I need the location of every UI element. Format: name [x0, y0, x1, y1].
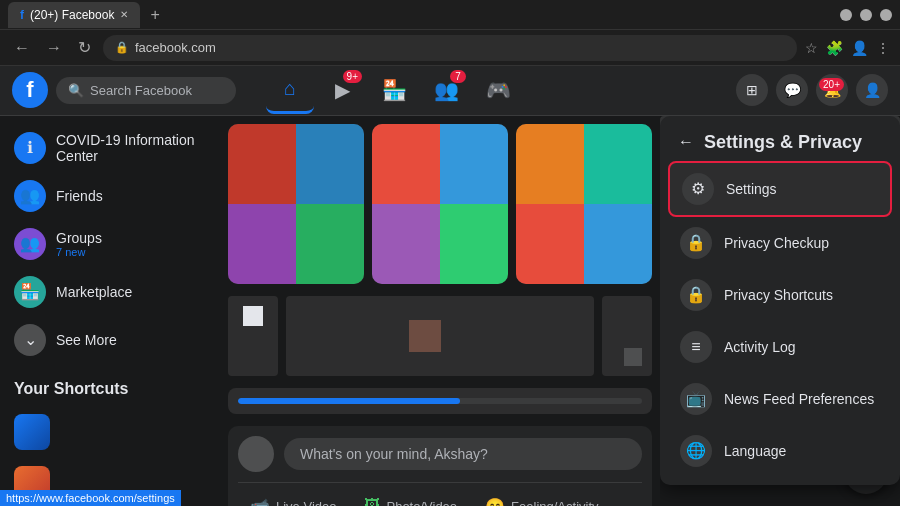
- news-feed-label: News Feed Preferences: [724, 391, 874, 407]
- story-card-3[interactable]: [516, 124, 652, 284]
- sidebar-item-see-more[interactable]: ⌄ See More: [4, 316, 216, 364]
- watch-badge: 9+: [343, 70, 362, 83]
- url-bar[interactable]: 🔒 facebook.com: [103, 35, 797, 61]
- sidebar-item-friends[interactable]: 👥 Friends: [4, 172, 216, 220]
- menu-icon[interactable]: ⋮: [876, 40, 890, 56]
- mini-block-3: [624, 348, 642, 366]
- account-btn[interactable]: 👤: [856, 74, 888, 106]
- browser-toolbar: ☆ 🧩 👤 ⋮: [805, 40, 890, 56]
- settings-icon: ⚙: [682, 173, 714, 205]
- nav-watch-btn[interactable]: ▶ 9+: [318, 66, 366, 114]
- tab-title: (20+) Facebook: [30, 8, 114, 22]
- sidebar-item-groups[interactable]: 👥 Groups 7 new: [4, 220, 216, 268]
- right-panel: Lamar Galaxy's birthday is today Contact…: [660, 116, 900, 506]
- sidebar-shortcut-1[interactable]: [4, 406, 216, 458]
- post-actions-divider: 📹 Live Video 🖼 Photo/Video 😊 Feeling/Act…: [238, 482, 642, 506]
- feeling-icon: 😊: [485, 497, 505, 506]
- compose-card: What's on your mind, Akshay? 📹 Live Vide…: [228, 426, 652, 506]
- nav-groups-btn[interactable]: 👥 7: [422, 66, 470, 114]
- sidebar-item-marketplace[interactable]: 🏪 Marketplace: [4, 268, 216, 316]
- shortcuts-heading: Your Shortcuts: [4, 372, 216, 406]
- compose-avatar: [238, 436, 274, 472]
- dropdown-title: Settings & Privacy: [704, 132, 862, 153]
- story-pixel: [584, 124, 652, 204]
- feed: What's on your mind, Akshay? 📹 Live Vide…: [220, 116, 660, 506]
- dropdown-privacy-checkup-item[interactable]: 🔒 Privacy Checkup: [668, 217, 892, 269]
- grid-btn[interactable]: ⊞: [736, 74, 768, 106]
- photo-video-btn[interactable]: 🖼 Photo/Video: [352, 491, 469, 506]
- dropdown-settings-item[interactable]: ⚙ Settings: [668, 161, 892, 217]
- marketplace-sidebar-icon: 🏪: [14, 276, 46, 308]
- active-tab[interactable]: f (20+) Facebook ✕: [8, 2, 140, 28]
- tab-close-btn[interactable]: ✕: [120, 9, 128, 20]
- groups-info: Groups 7 new: [56, 230, 102, 258]
- nav-marketplace-btn[interactable]: 🏪: [370, 66, 418, 114]
- new-tab-btn[interactable]: +: [150, 6, 159, 24]
- nav-center: ⌂ ▶ 9+ 🏪 👥 7 🎮: [266, 66, 522, 114]
- mini-post-2: [286, 296, 594, 376]
- messenger-btn[interactable]: 💬: [776, 74, 808, 106]
- browser-chrome: f (20+) Facebook ✕ +: [0, 0, 900, 30]
- facebook-app: f 🔍 ⌂ ▶ 9+ 🏪 👥 7 🎮: [0, 66, 900, 506]
- notifications-btn[interactable]: 🔔 20+: [816, 74, 848, 106]
- settings-label: Settings: [726, 181, 777, 197]
- story-card-1[interactable]: [228, 124, 364, 284]
- extensions-icon[interactable]: 🧩: [826, 40, 843, 56]
- see-more-icon: ⌄: [14, 324, 46, 356]
- story-card-2[interactable]: [372, 124, 508, 284]
- mini-block-2: [409, 320, 441, 352]
- activity-log-icon: ≡: [680, 331, 712, 363]
- mini-block-1: [243, 306, 263, 326]
- reload-btn[interactable]: ↻: [74, 36, 95, 59]
- dropdown-language-item[interactable]: 🌐 Language: [668, 425, 892, 477]
- top-nav: f 🔍 ⌂ ▶ 9+ 🏪 👥 7 🎮: [0, 66, 900, 116]
- story-pixel: [296, 204, 364, 284]
- status-bar: https://www.facebook.com/settings: [0, 490, 181, 506]
- dropdown-activity-log-item[interactable]: ≡ Activity Log: [668, 321, 892, 373]
- dropdown-news-feed-item[interactable]: 📺 News Feed Preferences: [668, 373, 892, 425]
- news-feed-icon: 📺: [680, 383, 712, 415]
- back-btn[interactable]: ←: [10, 37, 34, 59]
- address-bar: ← → ↻ 🔒 facebook.com ☆ 🧩 👤 ⋮: [0, 30, 900, 66]
- feeling-label: Feeling/Activity: [511, 499, 598, 506]
- stories-row: [228, 124, 652, 284]
- dropdown-header[interactable]: ← Settings & Privacy: [668, 124, 892, 161]
- nav-home-btn[interactable]: ⌂: [266, 66, 314, 114]
- left-sidebar: ℹ COVID-19 Information Center 👥 Friends …: [0, 116, 220, 506]
- language-label: Language: [724, 443, 786, 459]
- sidebar-groups-label: Groups: [56, 230, 102, 246]
- feeling-btn[interactable]: 😊 Feeling/Activity: [473, 491, 610, 506]
- compose-input[interactable]: What's on your mind, Akshay?: [284, 438, 642, 470]
- minimize-btn[interactable]: [840, 9, 852, 21]
- story-pixel: [516, 124, 584, 204]
- covid-icon: ℹ: [14, 132, 46, 164]
- sidebar-item-covid[interactable]: ℹ COVID-19 Information Center: [4, 124, 216, 172]
- search-box[interactable]: 🔍: [56, 77, 236, 104]
- sidebar-covid-label: COVID-19 Information Center: [56, 132, 206, 164]
- profile-icon[interactable]: 👤: [851, 40, 868, 56]
- story-pixel: [372, 204, 440, 284]
- friends-icon: 👥: [14, 180, 46, 212]
- nav-gaming-btn[interactable]: 🎮: [474, 66, 522, 114]
- live-video-btn[interactable]: 📹 Live Video: [238, 491, 348, 506]
- dropdown-privacy-shortcuts-item[interactable]: 🔒 Privacy Shortcuts: [668, 269, 892, 321]
- dropdown-back-icon: ←: [678, 133, 694, 151]
- forward-btn[interactable]: →: [42, 37, 66, 59]
- bookmark-icon[interactable]: ☆: [805, 40, 818, 56]
- window-controls: [840, 9, 892, 21]
- groups-badge: 7: [450, 70, 466, 83]
- post-actions: 📹 Live Video 🖼 Photo/Video 😊 Feeling/Act…: [238, 491, 642, 506]
- maximize-btn[interactable]: [860, 9, 872, 21]
- privacy-checkup-label: Privacy Checkup: [724, 235, 829, 251]
- sidebar-see-more-label: See More: [56, 332, 117, 348]
- sidebar-marketplace-label: Marketplace: [56, 284, 132, 300]
- story-placeholder-1: [228, 124, 364, 284]
- close-btn[interactable]: [880, 9, 892, 21]
- status-url: https://www.facebook.com/settings: [6, 492, 175, 504]
- live-video-label: Live Video: [276, 499, 336, 506]
- search-input[interactable]: [90, 83, 224, 98]
- content-row-2: [228, 296, 652, 376]
- settings-dropdown: ← Settings & Privacy ⚙ Settings 🔒 Privac…: [660, 116, 900, 485]
- mini-post-3: [602, 296, 652, 376]
- messenger-icon: 💬: [784, 82, 801, 98]
